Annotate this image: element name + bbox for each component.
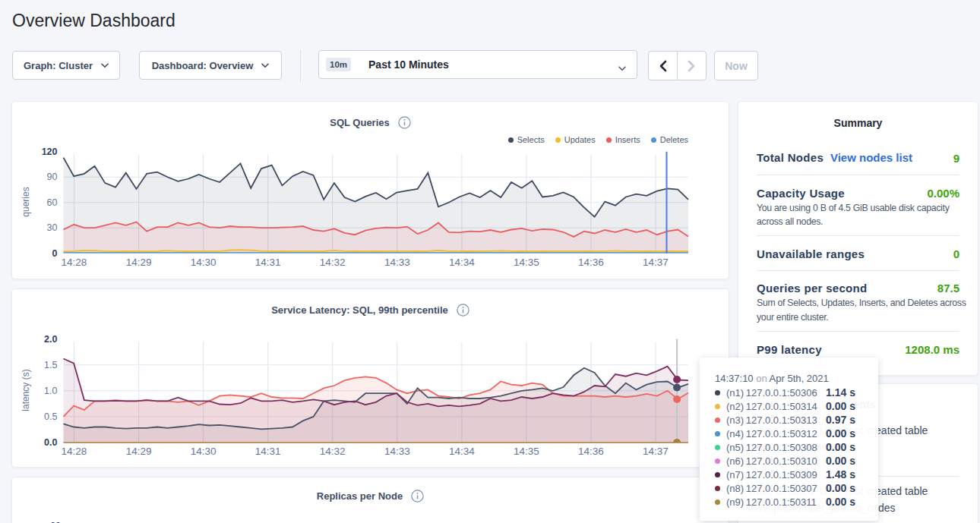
svg-text:14:31: 14:31	[255, 446, 281, 457]
svg-text:14:32: 14:32	[320, 446, 346, 457]
svg-text:14:35: 14:35	[514, 446, 539, 457]
svg-text:14:29: 14:29	[126, 257, 152, 268]
svg-text:14:30: 14:30	[191, 446, 217, 457]
svg-text:120: 120	[42, 147, 58, 157]
svg-text:latency (s): latency (s)	[21, 369, 31, 411]
svg-text:90: 90	[47, 172, 58, 182]
svg-text:14:31: 14:31	[255, 257, 281, 268]
svg-text:0: 0	[52, 248, 58, 259]
svg-text:2.0: 2.0	[44, 334, 57, 345]
svg-text:14:37: 14:37	[643, 257, 669, 268]
svg-text:14:37: 14:37	[643, 446, 669, 457]
svg-text:queries: queries	[21, 187, 31, 216]
svg-text:14:33: 14:33	[384, 446, 410, 457]
svg-text:14:34: 14:34	[449, 257, 475, 268]
svg-text:1.0: 1.0	[44, 386, 57, 396]
svg-text:14:36: 14:36	[578, 446, 604, 457]
svg-text:30: 30	[47, 222, 58, 233]
svg-text:1.5: 1.5	[44, 360, 57, 370]
svg-text:60: 60	[47, 197, 58, 208]
svg-text:14:32: 14:32	[320, 257, 346, 268]
svg-text:14:34: 14:34	[449, 446, 475, 457]
svg-text:0.0: 0.0	[44, 437, 57, 448]
svg-text:14:30: 14:30	[191, 257, 217, 268]
svg-text:14:29: 14:29	[126, 446, 152, 457]
svg-text:14:28: 14:28	[62, 446, 87, 457]
svg-text:14:35: 14:35	[514, 257, 539, 268]
svg-text:14:28: 14:28	[62, 257, 87, 268]
svg-text:0.5: 0.5	[44, 411, 57, 422]
svg-text:14:33: 14:33	[384, 257, 410, 268]
svg-text:14:36: 14:36	[578, 257, 604, 268]
